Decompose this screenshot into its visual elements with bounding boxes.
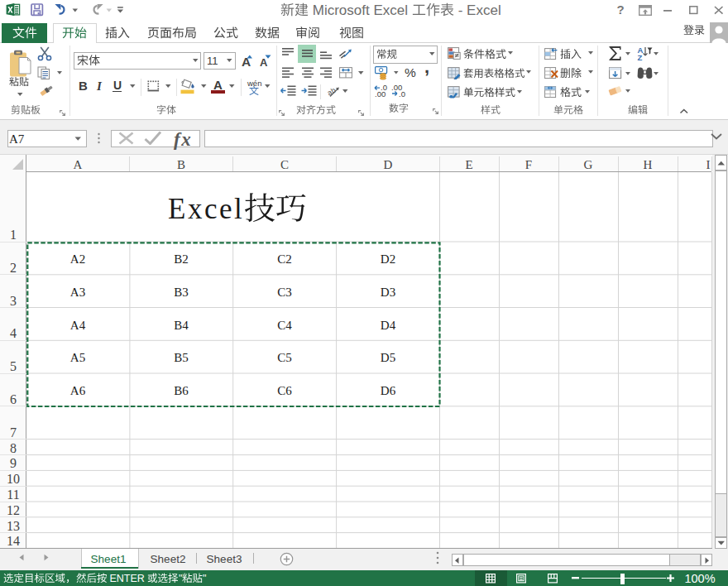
svg-text:B: B — [79, 79, 88, 93]
svg-text:A5: A5 — [70, 351, 85, 364]
svg-text:7: 7 — [10, 425, 17, 440]
svg-text:9: 9 — [10, 456, 17, 470]
svg-text:A4: A4 — [70, 319, 86, 332]
svg-text:": " — [203, 573, 206, 584]
svg-text:C3: C3 — [277, 286, 292, 299]
svg-text:?: ? — [616, 2, 624, 17]
svg-text:I: I — [96, 79, 103, 93]
svg-text:I: I — [706, 158, 710, 171]
svg-text:B5: B5 — [174, 351, 189, 364]
svg-text:B4: B4 — [174, 319, 189, 332]
svg-text:C4: C4 — [277, 319, 292, 332]
svg-text:B6: B6 — [174, 384, 189, 397]
svg-text:.00: .00 — [375, 89, 386, 98]
svg-text:Microsoft Excel: Microsoft Excel — [309, 2, 412, 18]
svg-text:11: 11 — [207, 55, 218, 67]
svg-text:E: E — [465, 158, 472, 171]
svg-text:G: G — [584, 158, 593, 171]
svg-text:12: 12 — [7, 503, 20, 517]
svg-text:U: U — [113, 79, 122, 92]
svg-text:fx: fx — [174, 129, 192, 150]
svg-text:D6: D6 — [380, 384, 395, 397]
svg-text:%: % — [405, 65, 416, 79]
svg-text:F: F — [525, 158, 532, 171]
svg-text:5: 5 — [10, 359, 17, 373]
svg-text:8: 8 — [10, 441, 17, 455]
svg-text:A7: A7 — [9, 132, 25, 146]
svg-text:C: C — [280, 158, 289, 171]
svg-text:D2: D2 — [380, 252, 395, 266]
svg-text:wén: wén — [247, 79, 261, 88]
svg-text:.0: .0 — [399, 89, 405, 98]
svg-text:A6: A6 — [70, 384, 86, 397]
svg-text:Sheet3: Sheet3 — [207, 553, 242, 565]
svg-text:A3: A3 — [70, 286, 85, 299]
svg-text:Sheet1: Sheet1 — [90, 553, 126, 565]
svg-text:B2: B2 — [174, 252, 189, 266]
svg-text:10: 10 — [7, 472, 20, 486]
svg-text:A: A — [74, 158, 83, 171]
svg-text:13: 13 — [7, 519, 20, 533]
svg-text:D: D — [383, 158, 392, 171]
svg-text:B: B — [177, 158, 185, 171]
svg-text:D3: D3 — [380, 286, 395, 299]
svg-text:100%: 100% — [684, 572, 715, 585]
svg-text:A2: A2 — [70, 252, 85, 266]
svg-text:D4: D4 — [380, 319, 395, 332]
svg-text:1: 1 — [10, 228, 17, 242]
svg-text:C6: C6 — [277, 384, 292, 397]
svg-text:C2: C2 — [277, 252, 292, 266]
svg-text:D5: D5 — [380, 351, 395, 364]
svg-text:Excel: Excel — [168, 193, 244, 225]
svg-text:H: H — [644, 158, 653, 171]
svg-text:Sheet2: Sheet2 — [150, 553, 185, 565]
svg-text:11: 11 — [7, 488, 19, 502]
svg-text:3: 3 — [10, 294, 17, 308]
svg-text:- Excel: - Excel — [454, 2, 501, 18]
svg-text:B3: B3 — [174, 286, 189, 299]
svg-text:4: 4 — [10, 326, 17, 340]
svg-text:ENTER: ENTER — [107, 573, 147, 584]
svg-text:Z: Z — [638, 53, 643, 61]
svg-text:2: 2 — [10, 261, 17, 275]
svg-text:C5: C5 — [277, 351, 292, 364]
svg-text:14: 14 — [7, 534, 20, 548]
svg-text:,: , — [424, 56, 429, 77]
svg-text:6: 6 — [10, 392, 17, 406]
